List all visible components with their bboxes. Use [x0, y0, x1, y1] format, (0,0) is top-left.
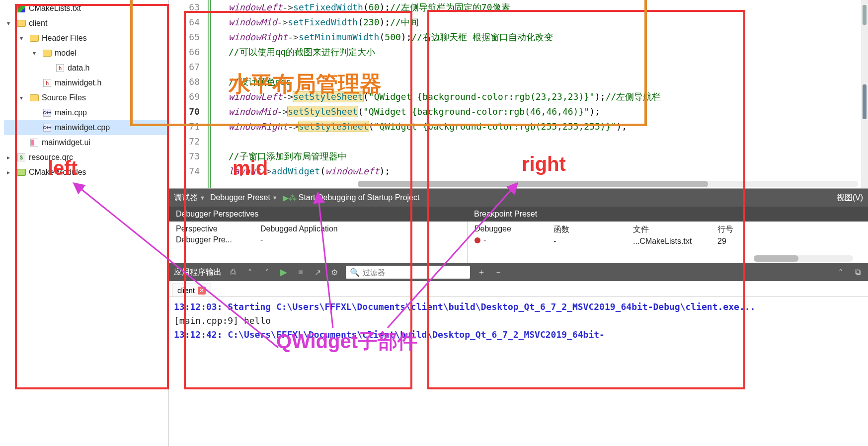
- plus-icon[interactable]: ＋: [476, 267, 487, 278]
- code-area[interactable]: windowLeft->setFixedWidth(60);//左侧导航栏为固定…: [209, 0, 661, 188]
- popout-icon[interactable]: ⧉: [852, 268, 863, 277]
- tree-item[interactable]: ▾model: [4, 46, 168, 61]
- tree-label: data.h: [68, 64, 89, 73]
- folder-icon: [30, 34, 39, 43]
- val-line: 29: [717, 237, 743, 246]
- cmake-icon: [17, 4, 26, 13]
- play-bug-icon: ▶⁂: [283, 193, 297, 203]
- chevron-icon[interactable]: ▾: [33, 50, 40, 57]
- folder-icon: [30, 93, 39, 102]
- start-debugging-button[interactable]: ▶⁂ Start Debugging of Startup Project: [283, 193, 420, 203]
- view-menu[interactable]: 视图(V): [837, 193, 863, 203]
- debugger-preset-menu[interactable]: Debugger Preset▼: [210, 193, 278, 202]
- tree-label: mainwidget.cpp: [55, 123, 110, 132]
- run-icon[interactable]: ▶: [278, 267, 289, 278]
- tree-item[interactable]: ▸$resource.qrc: [4, 150, 168, 165]
- tree-item[interactable]: ▾Header Files: [4, 31, 168, 46]
- val-perspective[interactable]: Debugger Pre...: [176, 235, 246, 244]
- col-line: 行号: [717, 224, 743, 235]
- collapse-up-icon[interactable]: ˄: [835, 268, 846, 277]
- debugger-body: Perspective Debugger Pre... Debugged App…: [169, 222, 868, 263]
- debugger-panel-headers: Debugger Perspectives Breakpoint Preset: [169, 207, 868, 222]
- up-icon[interactable]: ˄: [244, 268, 255, 277]
- col-debugged-app: Debugged Application: [260, 224, 460, 233]
- tree-item[interactable]: hmainwidget.h: [4, 75, 168, 90]
- filter-input[interactable]: [363, 268, 466, 277]
- breakpoint-icon: [474, 237, 480, 243]
- chevron-icon[interactable]: ▾: [7, 20, 14, 27]
- tree-item[interactable]: mainwidget.ui: [4, 135, 168, 150]
- val-debuggee: -: [474, 235, 540, 244]
- h-icon: h: [56, 64, 65, 73]
- search-icon: 🔍: [350, 268, 360, 277]
- tree-label: client: [29, 19, 47, 28]
- gear-icon[interactable]: ⚙: [329, 268, 340, 277]
- tree-item[interactable]: C++main.cpp: [4, 105, 168, 120]
- folder-icon: [43, 49, 52, 58]
- debugger-perspectives-header: Debugger Perspectives: [169, 210, 467, 219]
- down-icon[interactable]: ˅: [261, 268, 272, 277]
- output-title: 应用程序输出: [174, 267, 222, 278]
- chevron-icon[interactable]: ▸: [7, 169, 14, 176]
- editor-vscroll[interactable]: [861, 0, 868, 188]
- cpp-icon: C++: [43, 123, 52, 132]
- chevron-down-icon: ▼: [200, 195, 205, 201]
- tree-label: main.cpp: [55, 108, 87, 117]
- editor-hscroll[interactable]: [358, 181, 858, 187]
- cm-icon: [17, 168, 26, 177]
- output-content[interactable]: 13:12:03: Starting C:\Users\FFFXL\Docume…: [169, 297, 868, 446]
- output-filter[interactable]: 🔍: [346, 266, 470, 279]
- h-icon: h: [43, 78, 52, 87]
- minus-icon[interactable]: －: [493, 267, 504, 278]
- tree-item[interactable]: CMakeLists.txt: [4, 1, 168, 16]
- folder-icon: [17, 19, 26, 28]
- line-gutter: 636465666768697071727374: [169, 0, 209, 188]
- code-editor[interactable]: 636465666768697071727374 windowLeft->set…: [169, 0, 868, 189]
- chevron-icon[interactable]: ▾: [20, 94, 27, 101]
- output-tabs: client ✕: [169, 281, 868, 297]
- ui-icon: [30, 138, 39, 147]
- debugger-toolbar: 调试器▼ Debugger Preset▼ ▶⁂ Start Debugging…: [169, 189, 868, 207]
- tree-item[interactable]: hdata.h: [4, 61, 168, 75]
- breakpoint-hscroll[interactable]: [754, 255, 853, 262]
- col-debuggee: Debuggee: [474, 224, 540, 233]
- tree-item[interactable]: C++mainwidget.cpp: [4, 120, 168, 135]
- val-file[interactable]: ...CMakeLists.txt: [633, 237, 704, 246]
- tree-label: CMake Modules: [29, 168, 86, 177]
- val-func: -: [553, 237, 619, 246]
- clear-icon[interactable]: ⎙: [228, 268, 238, 277]
- tree-label: CMakeLists.txt: [29, 4, 81, 13]
- debugger-menu[interactable]: 调试器▼: [174, 193, 205, 203]
- tree-item[interactable]: ▸CMake Modules: [4, 165, 168, 180]
- tree-label: Header Files: [42, 34, 87, 43]
- output-tab-client[interactable]: client ✕: [172, 284, 211, 297]
- tree-label: mainwidget.h: [55, 78, 101, 87]
- qrc-icon: $: [17, 153, 26, 162]
- tree-label: mainwidget.ui: [42, 138, 90, 147]
- close-icon[interactable]: ✕: [198, 287, 206, 295]
- chevron-icon[interactable]: ▸: [7, 154, 14, 161]
- tree-label: resource.qrc: [29, 153, 73, 162]
- tree-item[interactable]: ▾client: [4, 16, 168, 31]
- tree-item[interactable]: ▾Source Files: [4, 90, 168, 105]
- chevron-icon[interactable]: ▾: [20, 35, 27, 42]
- col-perspective: Perspective: [176, 224, 246, 233]
- val-debugged-app: -: [260, 235, 460, 244]
- tree-label: Source Files: [42, 93, 86, 102]
- stop-icon[interactable]: ■: [295, 268, 306, 277]
- output-toolbar: 应用程序输出 ⎙ ˄ ˅ ▶ ■ ↗ ⚙ 🔍 ＋ － ˄ ⧉: [169, 263, 868, 281]
- cpp-icon: C++: [43, 108, 52, 117]
- tree-label: model: [55, 49, 77, 58]
- breakpoint-preset-header: Breakpoint Preset: [467, 210, 868, 219]
- project-tree[interactable]: CMakeLists.txt▾client▾Header Files▾model…: [0, 0, 169, 446]
- col-file: 文件: [633, 224, 704, 235]
- col-func: 函数: [553, 224, 619, 235]
- attach-icon[interactable]: ↗: [312, 268, 323, 277]
- chevron-down-icon: ▼: [272, 195, 278, 201]
